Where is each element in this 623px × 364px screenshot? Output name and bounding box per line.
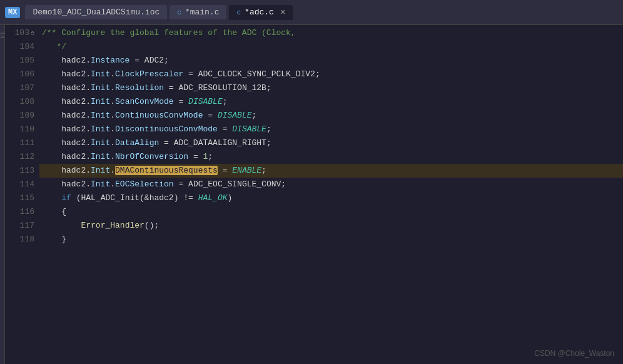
c-file-icon: c	[177, 9, 181, 16]
code-line-106: hadc2.Init.ClockPrescaler = ADC_CLOCK_SY…	[39, 68, 623, 81]
line-numbers: 103⊖104105106107108109110111112113114115…	[5, 25, 39, 364]
code-container: la 103⊖104105106107108109110111112113114…	[0, 25, 623, 364]
line-number-111: 111	[5, 136, 34, 150]
code-line-110: hadc2.Init.DiscontinuousConvMode = DISAB…	[39, 123, 623, 136]
code-line-116: {	[39, 205, 623, 219]
code-line-115: if (HAL_ADC_Init(&hadc2) != HAL_OK)	[39, 191, 623, 205]
line-number-118: 118	[5, 233, 34, 246]
line-number-117: 117	[5, 219, 34, 233]
code-line-112: hadc2.Init.NbrOfConversion = 1;	[39, 150, 623, 164]
line-number-104: 104	[5, 40, 34, 54]
left-gutter: la	[0, 25, 5, 364]
line-number-103: 103⊖	[5, 26, 34, 40]
line-number-113: 113	[5, 164, 34, 178]
code-line-104: */	[39, 40, 623, 54]
main-tab[interactable]: c *main.c	[170, 5, 226, 19]
line-number-115: 115	[5, 191, 34, 205]
line-number-112: 112	[5, 150, 34, 164]
line-number-106: 106	[5, 68, 34, 81]
c-file-icon-2: c	[236, 9, 241, 16]
code-line-103: /** Configure the global features of the…	[39, 26, 623, 40]
title-bar: MX Demo10_ADC_DualADCSimu.ioc c *main.c …	[0, 0, 623, 25]
code-line-117: Error_Handler();	[39, 219, 623, 233]
code-line-108: hadc2.Init.ScanConvMode = DISABLE;	[39, 95, 623, 109]
line-number-110: 110	[5, 123, 34, 136]
project-tab-label: Demo10_ADC_DualADCSimu.ioc	[33, 8, 160, 17]
code-lines[interactable]: /** Configure the global features of the…	[39, 25, 623, 364]
watermark: CSDN @Chole_Waston	[534, 349, 614, 358]
line-number-107: 107	[5, 81, 34, 95]
code-line-114: hadc2.Init.EOCSelection = ADC_EOC_SINGLE…	[39, 178, 623, 191]
line-number-114: 114	[5, 178, 34, 191]
collapse-icon[interactable]: ⊖	[31, 30, 34, 37]
code-line-105: hadc2.Instance = ADC2;	[39, 54, 623, 68]
code-line-113: hadc2.Init.DMAContinuousRequests = ENABL…	[39, 164, 623, 178]
code-line-107: hadc2.Init.Resolution = ADC_RESOLUTION_1…	[39, 81, 623, 95]
line-number-105: 105	[5, 54, 34, 68]
line-number-108: 108	[5, 95, 34, 109]
line-number-116: 116	[5, 205, 34, 219]
code-line-109: hadc2.Init.ContinuousConvMode = DISABLE;	[39, 109, 623, 123]
code-line-118: }	[39, 233, 623, 246]
close-tab-button[interactable]: ×	[280, 8, 285, 18]
adc-tab-label: *adc.c	[245, 8, 274, 17]
code-line-111: hadc2.Init.DataAlign = ADC_DATAALIGN_RIG…	[39, 136, 623, 150]
mx-badge: MX	[5, 7, 20, 18]
line-number-109: 109	[5, 109, 34, 123]
project-tab[interactable]: Demo10_ADC_DualADCSimu.ioc	[25, 5, 167, 19]
adc-tab[interactable]: c *adc.c ×	[229, 5, 293, 20]
main-tab-label: *main.c	[185, 8, 220, 17]
